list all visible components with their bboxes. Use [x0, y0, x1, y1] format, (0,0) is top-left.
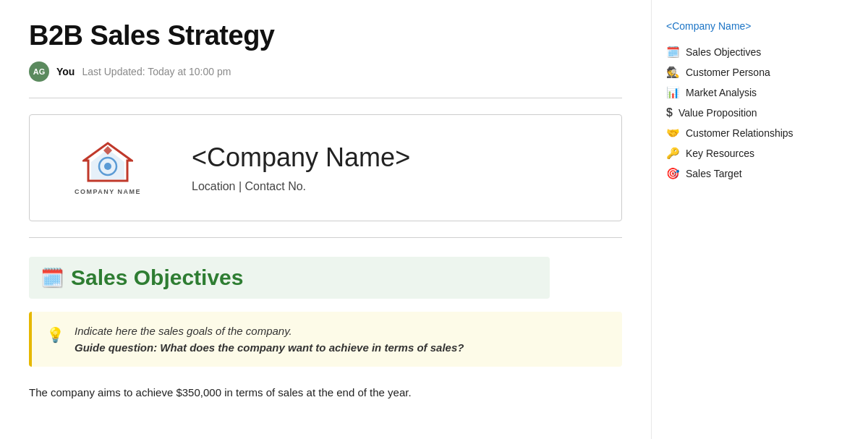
sidebar-item-value-proposition[interactable]: $ Value Proposition: [666, 103, 796, 123]
sales-body-text: The company aims to achieve $350,000 in …: [29, 384, 622, 401]
avatar: AG: [29, 61, 49, 82]
sidebar-item-sales-objectives[interactable]: 🗓️ Sales Objectives: [666, 42, 796, 62]
callout-text: Indicate here the sales goals of the com…: [75, 325, 464, 354]
sidebar-company-link[interactable]: <Company Name>: [666, 20, 796, 32]
sidebar-emoji-3: $: [666, 106, 673, 119]
svg-point-3: [104, 163, 111, 170]
company-card: COMPANY NAME <Company Name> Location | C…: [29, 114, 622, 221]
callout-guide-question: Guide question: What does the company wa…: [75, 341, 464, 354]
sidebar: <Company Name> 🗓️ Sales Objectives 🕵️ Cu…: [651, 0, 810, 439]
sales-objectives-emoji: 🗓️: [41, 267, 64, 289]
sidebar-emoji-6: 🎯: [666, 167, 680, 180]
logo-text: COMPANY NAME: [75, 188, 141, 195]
sales-objectives-title: Sales Objectives: [71, 265, 243, 290]
company-info: <Company Name> Location | Contact No.: [192, 142, 410, 193]
sidebar-item-customer-relationships[interactable]: 🤝 Customer Relationships: [666, 123, 796, 143]
company-logo-svg: [82, 140, 133, 184]
sidebar-item-customer-persona[interactable]: 🕵️ Customer Persona: [666, 62, 796, 82]
page-title: B2B Sales Strategy: [29, 20, 622, 51]
sidebar-item-sales-target[interactable]: 🎯 Sales Target: [666, 163, 796, 184]
sidebar-label-6: Sales Target: [686, 168, 742, 179]
company-name: <Company Name>: [192, 142, 410, 173]
meta-row: AG You Last Updated: Today at 10:00 pm: [29, 61, 622, 82]
header-divider: [29, 98, 622, 98]
sidebar-label-0: Sales Objectives: [686, 46, 761, 58]
sidebar-emoji-2: 📊: [666, 86, 680, 99]
card-divider: [29, 237, 622, 238]
sidebar-emoji-0: 🗓️: [666, 46, 680, 59]
author-label: You: [56, 66, 75, 77]
sidebar-label-3: Value Proposition: [678, 107, 757, 119]
sidebar-emoji-1: 🕵️: [666, 66, 680, 79]
callout-italic-text: Indicate here the sales goals of the com…: [75, 325, 464, 337]
sidebar-label-4: Customer Relationships: [686, 127, 793, 139]
sidebar-label-2: Market Analysis: [686, 87, 757, 98]
callout-box: 💡 Indicate here the sales goals of the c…: [29, 312, 622, 367]
sidebar-label-1: Customer Persona: [686, 67, 770, 78]
company-location: Location | Contact No.: [192, 180, 410, 193]
sidebar-emoji-5: 🔑: [666, 147, 680, 160]
company-logo-box: COMPANY NAME: [50, 128, 166, 208]
sidebar-item-key-resources[interactable]: 🔑 Key Resources: [666, 143, 796, 163]
sidebar-label-5: Key Resources: [686, 148, 754, 159]
last-updated: Last Updated: Today at 10:00 pm: [82, 66, 231, 77]
sidebar-item-market-analysis[interactable]: 📊 Market Analysis: [666, 82, 796, 103]
sales-objectives-header: 🗓️ Sales Objectives: [29, 257, 550, 299]
sidebar-emoji-4: 🤝: [666, 127, 680, 140]
callout-icon: 💡: [46, 326, 64, 344]
sidebar-nav: 🗓️ Sales Objectives 🕵️ Customer Persona …: [666, 42, 796, 184]
